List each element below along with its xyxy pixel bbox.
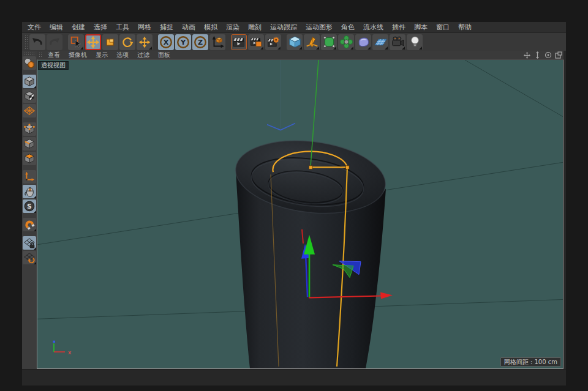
render-view-icon (232, 35, 246, 49)
window-bottom-strip (22, 369, 566, 385)
light-button[interactable] (407, 34, 423, 50)
scale-tool-button[interactable] (102, 34, 118, 50)
viewport-solo-button[interactable] (23, 185, 36, 198)
pan-icon (524, 52, 530, 59)
main-menu-bar: 文件 编辑 创建 选择 工具 网格 捕捉 动画 模拟 渲染 雕刻 运动跟踪 运动… (22, 22, 566, 32)
main-toolbar: X Y Z (22, 32, 566, 51)
menu-mograph[interactable]: 运动图形 (301, 22, 337, 32)
render-picture-viewer-button[interactable] (248, 34, 264, 50)
dropdown-arrow-icon (385, 47, 388, 50)
enable-axis-button[interactable] (23, 170, 36, 184)
vp-menu-filter[interactable]: 过滤 (133, 51, 154, 59)
vp-menu-view[interactable]: 查看 (43, 51, 64, 59)
enable-snap-button[interactable] (23, 218, 36, 231)
dropdown-arrow-icon (368, 47, 371, 50)
dropdown-arrow-icon (34, 196, 36, 198)
palette-drag-handle[interactable] (24, 52, 35, 55)
render-settings-button[interactable] (265, 34, 281, 50)
viewport-rotate-button[interactable] (544, 51, 552, 59)
menu-snap[interactable]: 捕捉 (156, 22, 178, 32)
polygons-mode-icon (23, 152, 36, 165)
move-tool-button[interactable] (85, 34, 101, 50)
menu-script[interactable]: 脚本 (410, 22, 432, 32)
menu-help[interactable]: 帮助 (454, 22, 476, 32)
model-mode-button[interactable] (23, 75, 36, 88)
toolbar-drag-handle[interactable] (24, 35, 28, 50)
dropdown-arrow-icon (149, 47, 152, 50)
floor-button[interactable] (372, 34, 388, 50)
workplane-rotate-button[interactable] (23, 251, 36, 264)
menu-plugins[interactable]: 插件 (388, 22, 410, 32)
mini-cube (216, 37, 222, 42)
menu-select[interactable]: 选择 (89, 22, 111, 32)
redo-icon (48, 35, 61, 49)
axis-x-toggle[interactable]: X (158, 34, 174, 50)
menu-render[interactable]: 渲染 (222, 22, 244, 32)
rotate-tool-button[interactable] (119, 34, 135, 50)
viewport-zoom-button[interactable] (533, 51, 541, 59)
vp-menu-cameras[interactable]: 摄像机 (64, 51, 91, 59)
vp-menu-panel[interactable]: 面板 (154, 51, 175, 59)
texture-mode-icon (23, 90, 36, 102)
lock-workplane-button[interactable] (23, 236, 36, 250)
redo-button[interactable] (47, 34, 62, 50)
vp-menu-display[interactable]: 显示 (91, 51, 112, 59)
orbit-icon (545, 51, 552, 59)
dropdown-arrow-icon (333, 47, 336, 50)
dropdown-arrow-icon (34, 229, 36, 231)
menu-create[interactable]: 创建 (67, 22, 89, 32)
dropdown-arrow-icon (80, 47, 83, 50)
spline-radius-handle[interactable] (346, 166, 350, 169)
vp-menu-options[interactable]: 选项 (112, 51, 133, 59)
live-selection-button[interactable] (68, 34, 84, 50)
dropdown-arrow-icon (260, 47, 263, 50)
undo-icon (31, 35, 44, 49)
spline-pen-button[interactable] (304, 34, 320, 50)
deformer-button[interactable] (338, 34, 354, 50)
axis-mode-icon (23, 171, 36, 183)
perspective-viewport[interactable]: x 透视视图 网格间距 : 100 cm (37, 59, 564, 369)
menu-character[interactable]: 角色 (337, 22, 359, 32)
svg-text:X: X (164, 39, 169, 47)
menu-sculpt[interactable]: 雕刻 (244, 22, 266, 32)
menu-edit[interactable]: 编辑 (45, 22, 67, 32)
axis-y-toggle[interactable]: Y (175, 34, 191, 50)
coordinate-system-button[interactable] (209, 34, 225, 50)
make-editable-button[interactable] (23, 56, 36, 70)
menu-motion-tracker[interactable]: 运动跟踪 (266, 22, 301, 32)
menu-simulate[interactable]: 模拟 (200, 22, 222, 32)
metaball-button[interactable] (355, 34, 371, 50)
viewport-area: 查看 摄像机 显示 选项 过滤 面板 (37, 51, 566, 369)
menu-file[interactable]: 文件 (23, 22, 45, 32)
svg-text:S: S (27, 203, 32, 210)
spline-center-handle[interactable] (309, 166, 313, 169)
subdivision-surface-button[interactable] (321, 34, 337, 50)
edges-mode-button[interactable] (23, 137, 36, 151)
viewport-maximize-button[interactable] (554, 51, 562, 59)
dropdown-arrow-icon (34, 247, 36, 250)
primitive-cube-button[interactable] (287, 34, 303, 50)
dropdown-arrow-icon (419, 47, 422, 50)
undo-button[interactable] (29, 34, 45, 50)
menu-animate[interactable]: 动画 (178, 22, 200, 32)
texture-mode-button[interactable] (23, 89, 36, 103)
menu-pipeline[interactable]: 流水线 (359, 22, 388, 32)
svg-text:Y: Y (180, 39, 186, 47)
viewport-pan-button[interactable] (523, 51, 531, 59)
camera-button[interactable] (390, 34, 405, 50)
render-view-button[interactable] (231, 34, 247, 50)
points-mode-button[interactable] (23, 122, 36, 136)
menu-tools[interactable]: 工具 (111, 22, 134, 32)
viewport-menu-drag-handle[interactable] (39, 52, 42, 58)
edges-mode-icon (23, 138, 36, 150)
scale-tool-icon (104, 35, 117, 49)
workplane-button[interactable] (23, 104, 36, 117)
polygons-mode-button[interactable] (23, 152, 36, 165)
grid-spacing-label: 网格间距 : 100 cm (500, 357, 561, 367)
view-label: 透视视图 (38, 61, 69, 70)
menu-window[interactable]: 窗口 (432, 22, 454, 32)
axis-z-toggle[interactable]: Z (192, 34, 208, 50)
last-tool-button[interactable] (137, 34, 153, 50)
menu-mesh[interactable]: 网格 (134, 22, 156, 32)
snap-settings-button[interactable]: S (23, 199, 36, 213)
